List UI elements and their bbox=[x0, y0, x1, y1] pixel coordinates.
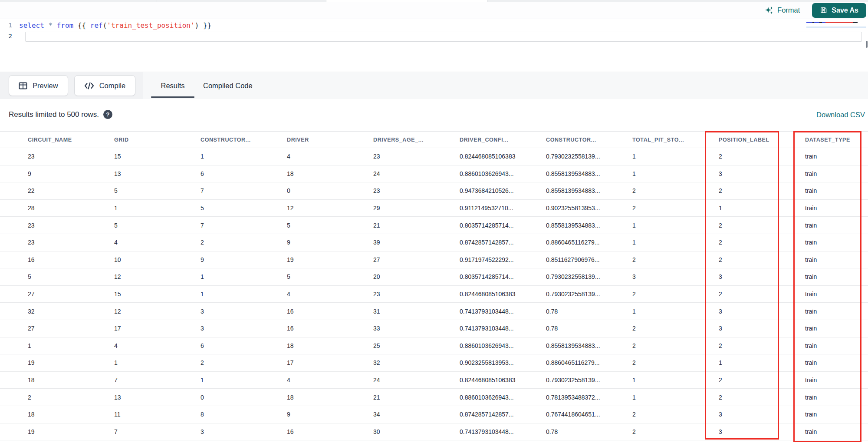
table-cell: 8 bbox=[201, 411, 287, 418]
table-cell: 0.824468085106383 bbox=[460, 291, 546, 298]
table-cell: 16 bbox=[287, 308, 373, 315]
table-row: 231514230.8244680851063830.7930232558139… bbox=[0, 148, 868, 165]
save-as-label: Save As bbox=[832, 7, 858, 14]
sql-editor[interactable]: 1select * from {{ ref('train_test_positi… bbox=[0, 19, 868, 72]
table-cell: 3 bbox=[632, 273, 719, 280]
table-cell: 0.8742857142857... bbox=[460, 411, 546, 418]
compile-button[interactable]: Compile bbox=[74, 75, 136, 96]
table-row: 23575210.8035714285714...0.8558139534883… bbox=[0, 217, 868, 234]
table-cell: 2 bbox=[201, 359, 287, 366]
table-cell: 0.824468085106383 bbox=[460, 153, 546, 160]
table-cell: 4 bbox=[287, 153, 373, 160]
table-cell: 3 bbox=[201, 308, 287, 315]
table-cell: 0.8035714285714... bbox=[460, 222, 546, 229]
table-cell: 7 bbox=[201, 187, 287, 194]
table-cell: 23 bbox=[28, 222, 114, 229]
table-row: 913618240.8860103626943...0.855813953488… bbox=[0, 165, 868, 183]
editor-scrollbar-thumb[interactable] bbox=[866, 41, 868, 48]
line-number: 1 bbox=[0, 20, 19, 31]
table-cell: 18 bbox=[28, 411, 114, 418]
table-cell: 1 bbox=[632, 153, 719, 160]
table-cell: 0.8558139534883... bbox=[546, 170, 632, 177]
table-row: 51215200.8035714285714...0.7930232558139… bbox=[0, 268, 868, 286]
table-cell: 1 bbox=[201, 377, 287, 383]
table-cell: 3 bbox=[201, 325, 287, 332]
table-cell: 27 bbox=[28, 325, 114, 332]
table-cell: 0.7674418604651... bbox=[546, 411, 632, 418]
table-cell: 0.8558139534883... bbox=[546, 342, 632, 349]
table-cell: train bbox=[805, 153, 868, 160]
table-row: 2717316330.7413793103448...0.7823train bbox=[0, 320, 868, 337]
table-cell: 1 bbox=[28, 342, 114, 349]
editor-header-bar: Format Save As bbox=[0, 2, 868, 19]
tab-results[interactable]: Results bbox=[151, 72, 194, 99]
active-line-highlight bbox=[25, 32, 862, 42]
table-cell: 34 bbox=[373, 411, 460, 418]
column-header: DRIVERS_AGE_... bbox=[373, 137, 460, 143]
column-header: DATASET_TYPE bbox=[805, 137, 868, 143]
tab-compiled-code[interactable]: Compiled Code bbox=[203, 72, 253, 99]
table-cell: train bbox=[805, 273, 868, 280]
table-cell: 4 bbox=[114, 239, 201, 246]
table-cell: 6 bbox=[201, 170, 287, 177]
table-cell: 0.7930232558139... bbox=[546, 153, 632, 160]
table-row: 14618250.8860103626943...0.8558139534883… bbox=[0, 337, 868, 355]
minimap-viewport-band bbox=[806, 26, 866, 28]
table-cell: 0.7413793103448... bbox=[460, 325, 546, 332]
table-cell: 2 bbox=[719, 377, 805, 383]
table-cell: 7 bbox=[201, 222, 287, 229]
table-cell: 1 bbox=[632, 170, 719, 177]
table-body: 231514230.8244680851063830.7930232558139… bbox=[0, 148, 868, 440]
table-cell: 13 bbox=[114, 394, 201, 401]
table-cell: 4 bbox=[287, 291, 373, 298]
table-cell: 0.8860103626943... bbox=[460, 342, 546, 349]
floppy-disk-icon bbox=[820, 7, 827, 14]
column-header: CONSTRUCTOR... bbox=[546, 137, 632, 143]
app-window: Format Save As 1select * from {{ ref('tr… bbox=[0, 0, 868, 443]
table-cell: 1 bbox=[632, 394, 719, 401]
code-line-1[interactable]: 1select * from {{ ref('train_test_positi… bbox=[0, 20, 868, 31]
results-tabs: ResultsCompiled Code bbox=[151, 72, 253, 99]
table-cell: 17 bbox=[287, 359, 373, 366]
code-token: ) bbox=[195, 21, 199, 30]
table-cell: 2 bbox=[719, 342, 805, 349]
table-cell: 1 bbox=[201, 291, 287, 298]
table-cell: 2 bbox=[632, 342, 719, 349]
code-brackets-icon bbox=[84, 82, 94, 89]
code-token bbox=[53, 21, 57, 30]
table-cell: 5 bbox=[287, 222, 373, 229]
table-row: 18714240.8244680851063830.7930232558139.… bbox=[0, 372, 868, 389]
format-button[interactable]: Format bbox=[765, 6, 800, 15]
preview-button[interactable]: Preview bbox=[9, 75, 68, 96]
table-cell: 3 bbox=[719, 308, 805, 315]
question-mark-circle-icon[interactable]: ? bbox=[103, 110, 112, 119]
table-cell: 5 bbox=[287, 273, 373, 280]
table-cell: 18 bbox=[287, 170, 373, 177]
table-cell: 18 bbox=[287, 394, 373, 401]
table-cell: 30 bbox=[373, 428, 460, 435]
table-cell: 2 bbox=[719, 187, 805, 194]
table-cell: 9 bbox=[287, 411, 373, 418]
code-token: select bbox=[19, 21, 44, 30]
table-cell: 12 bbox=[287, 205, 373, 212]
table-cell: train bbox=[805, 222, 868, 229]
table-cell: 16 bbox=[287, 428, 373, 435]
save-as-button[interactable]: Save As bbox=[812, 3, 866, 18]
table-cell: 16 bbox=[28, 256, 114, 263]
table-cell: 32 bbox=[373, 359, 460, 366]
table-row: 191217320.9023255813953...0.886046511627… bbox=[0, 354, 868, 372]
table-cell: 0.7930232558139... bbox=[546, 273, 632, 280]
table-cell: 5 bbox=[114, 222, 201, 229]
column-header: GRID bbox=[114, 137, 201, 143]
table-cell: 2 bbox=[632, 205, 719, 212]
editor-minimap[interactable] bbox=[806, 21, 866, 47]
column-header: CIRCUIT_NAME bbox=[28, 137, 114, 143]
table-cell: 2 bbox=[719, 153, 805, 160]
code-token: }} bbox=[199, 21, 211, 30]
row-limit-text: Results limited to 500 rows. bbox=[9, 110, 99, 119]
table-cell: 2 bbox=[632, 411, 719, 418]
table-cell: 1 bbox=[632, 377, 719, 383]
table-cell: 0.78 bbox=[546, 325, 632, 332]
download-csv-link[interactable]: Download CSV bbox=[816, 111, 865, 119]
table-cell: 31 bbox=[373, 308, 460, 315]
